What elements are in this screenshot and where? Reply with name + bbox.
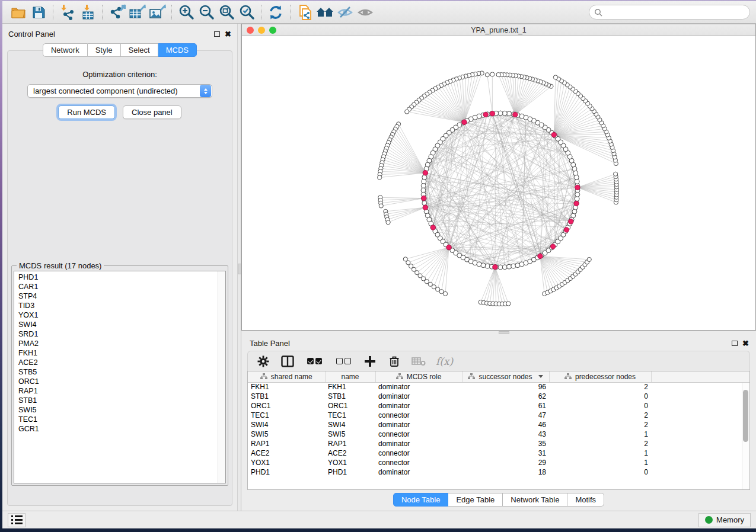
table-row[interactable]: RAP1RAP1dominator352 [248,439,749,448]
mcds-result-item[interactable]: STP4 [18,291,225,301]
table-row[interactable]: ACE2ACE2connector311 [248,448,749,458]
float-panel-icon[interactable] [214,28,220,39]
zoom-selected-icon[interactable] [237,4,257,21]
delete-column-icon[interactable] [387,354,401,368]
mcds-result-item[interactable]: RAP1 [18,386,225,396]
export-image-icon[interactable] [147,4,167,21]
optimization-criterion-select[interactable]: largest connected component (undirected) [27,84,212,98]
mcds-result-item[interactable]: GCR1 [18,424,225,434]
export-network-icon[interactable] [107,4,127,21]
mcds-list-scrollbar[interactable] [218,271,225,483]
tab-motifs[interactable]: Motifs [567,493,604,507]
tab-node-table[interactable]: Node Table [393,493,449,507]
toolbar-separator [261,5,261,20]
memory-status-icon [705,516,713,524]
table-row[interactable]: ORC1ORC1dominator610 [248,401,749,411]
status-bar: Memory [2,511,756,528]
mcds-result-item[interactable]: PMA2 [18,339,225,348]
mcds-result-item[interactable]: SRD1 [18,329,225,339]
mcds-result-item[interactable]: TEC1 [18,415,225,424]
show-all-icon[interactable] [355,4,375,21]
deselect-all-checks-icon[interactable] [334,354,353,368]
zoom-fit-icon[interactable] [216,4,237,21]
first-neighbors-icon[interactable] [315,4,335,21]
zoom-in-icon[interactable] [176,4,196,21]
mcds-panel: Optimization criterion: largest connecte… [7,50,232,506]
show-columns-icon[interactable] [280,354,295,368]
task-history-button[interactable] [8,513,25,527]
tab-style[interactable]: Style [88,43,121,57]
import-network-icon[interactable] [58,4,78,21]
mcds-result-item[interactable]: STB5 [18,367,225,377]
search-input[interactable] [605,8,745,17]
main-toolbar [2,1,756,24]
network-title: YPA_prune.txt_1 [242,26,755,34]
tab-network[interactable]: Network [43,43,88,57]
column-header-successor-nodes[interactable]: successor nodes [462,371,549,382]
control-panel: Control Panel ✖ Network Style Select MCD… [2,24,237,511]
splitter-handle[interactable] [499,331,509,334]
table-scrollbar-thumb[interactable] [743,390,748,442]
search-icon [594,8,602,17]
search-field[interactable] [589,5,750,20]
network-window-titlebar[interactable]: YPA_prune.txt_1 [242,24,755,36]
table-scrollbar[interactable] [742,383,749,489]
table-row[interactable]: SWI4SWI4dominator462 [248,420,749,430]
tab-select[interactable]: Select [121,43,158,57]
float-panel-icon[interactable] [732,338,738,348]
zoom-out-icon[interactable] [196,4,216,21]
close-panel-icon[interactable]: ✖ [225,30,231,38]
mcds-result-item[interactable]: CAR1 [18,282,225,291]
table-row[interactable]: YOX1YOX1connector291 [248,458,749,467]
application-window: Control Panel ✖ Network Style Select MCD… [2,1,756,528]
memory-button[interactable]: Memory [698,513,751,527]
control-panel-tabs: Network Style Select MCDS [2,43,237,57]
mcds-result-item[interactable]: STB1 [18,396,225,405]
mcds-result-item[interactable]: ACE2 [18,358,225,367]
table-row[interactable]: SWI5SWI5connector431 [248,430,749,439]
list-icon [11,515,23,524]
toolbar-separator [171,5,172,20]
select-all-checks-icon[interactable] [305,354,324,368]
toolbar-separator [53,5,53,20]
tab-edge-table[interactable]: Edge Table [448,493,503,507]
tab-network-table[interactable]: Network Table [503,493,567,507]
table-row[interactable]: PHD1PHD1dominator180 [248,467,749,477]
mcds-result-item[interactable]: PHD1 [18,273,225,282]
mcds-result-list[interactable]: PHD1CAR1STP4TID3YOX1SWI4SRD1PMA2FKH1ACE2… [14,271,226,483]
table-row[interactable]: FKH1FKH1dominator962 [248,382,749,392]
mcds-result-items: PHD1CAR1STP4TID3YOX1SWI4SRD1PMA2FKH1ACE2… [14,271,225,434]
mcds-result-item[interactable]: FKH1 [18,348,225,358]
save-session-icon[interactable] [28,4,49,21]
column-header-predecessor-nodes[interactable]: predecessor nodes [549,371,651,382]
clone-network-icon[interactable] [295,4,315,21]
table-row[interactable]: TEC1TEC1connector472 [248,411,749,420]
add-column-icon[interactable] [363,354,377,368]
table-options-gear-icon[interactable] [256,354,270,368]
column-header-shared-name[interactable]: shared name [248,371,325,382]
table-row[interactable]: STB1STB1dominator620 [248,392,749,401]
run-mcds-button[interactable]: Run MCDS [58,105,115,119]
refresh-icon[interactable] [266,4,286,21]
column-header-name[interactable]: name [325,371,375,382]
close-panel-button[interactable]: Close panel [123,105,181,119]
delete-table-icon[interactable] [412,354,426,368]
network-canvas[interactable] [242,36,755,330]
panel-splitter-vertical[interactable] [237,24,241,511]
panel-splitter-horizontal[interactable] [241,331,756,334]
close-panel-icon[interactable]: ✖ [742,339,749,347]
mcds-result-item[interactable]: SWI4 [18,320,225,329]
node-table[interactable]: shared name name MCDS role successor nod… [247,371,750,490]
open-file-icon[interactable] [8,4,28,21]
tab-mcds[interactable]: MCDS [158,43,197,57]
import-table-icon[interactable] [78,4,98,21]
mcds-result-item[interactable]: ORC1 [18,377,225,386]
mcds-result-item[interactable]: SWI5 [18,405,225,415]
mcds-result-item[interactable]: YOX1 [18,310,225,320]
hide-selected-icon[interactable] [335,4,355,21]
column-header-mcds-role[interactable]: MCDS role [375,371,462,382]
export-table-icon[interactable] [127,4,147,21]
mcds-result-item[interactable]: TID3 [18,301,225,310]
function-builder-icon[interactable]: f(x) [436,355,453,367]
splitter-handle[interactable] [238,264,241,274]
